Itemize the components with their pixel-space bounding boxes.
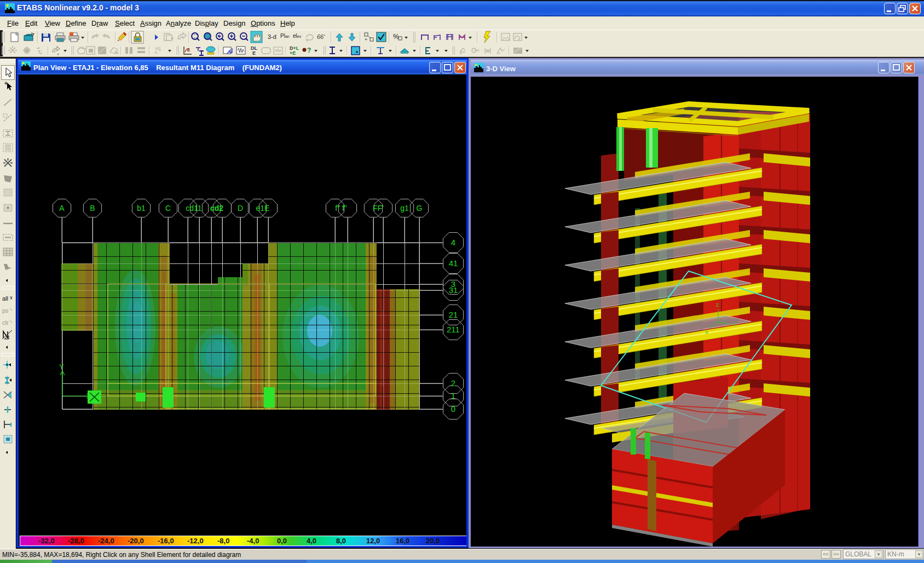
svg-text:?: ? (307, 47, 311, 54)
svg-text:1: 1 (451, 391, 455, 400)
svg-text:clr: clr (2, 319, 9, 326)
svg-text:ps: ps (2, 307, 9, 314)
svg-text:211: 211 (447, 325, 460, 334)
svg-text:31: 31 (449, 285, 458, 295)
svg-text:W: W (155, 46, 159, 51)
svg-text:D: D (238, 204, 243, 212)
svg-text:Y: Y (734, 322, 737, 328)
svg-text:21: 21 (449, 310, 458, 319)
svg-text:E: E (187, 48, 190, 53)
svg-text:f" f": f" f" (335, 204, 347, 212)
svg-text:cd2: cd2 (210, 204, 223, 212)
svg-text:2: 2 (451, 378, 455, 388)
svg-text:all: all (2, 295, 8, 302)
svg-text:g1: g1 (400, 204, 409, 212)
svg-text:0: 0 (451, 404, 455, 413)
svg-text:e1E: e1E (256, 204, 270, 212)
svg-text:cd11: cd11 (186, 204, 202, 212)
svg-text:A: A (59, 204, 65, 212)
svg-text:E: E (252, 50, 256, 56)
svg-text:Z: Z (716, 302, 719, 308)
svg-text:4: 4 (451, 238, 455, 247)
svg-text:Y: Y (59, 363, 64, 371)
svg-text:b1: b1 (137, 204, 146, 212)
svg-text:3-d: 3-d (268, 33, 276, 40)
svg-text:T E: T E (79, 46, 85, 50)
svg-text:C: C (165, 204, 171, 212)
svg-text:%: % (393, 33, 399, 41)
svg-text:66′: 66′ (317, 33, 325, 40)
svg-text:FF': FF' (373, 204, 384, 212)
svg-text:G: G (417, 204, 423, 212)
svg-text:X: X (705, 330, 708, 335)
svg-text:41: 41 (449, 258, 458, 268)
svg-text:B: B (90, 204, 95, 212)
svg-text:+E: +E (290, 50, 296, 56)
